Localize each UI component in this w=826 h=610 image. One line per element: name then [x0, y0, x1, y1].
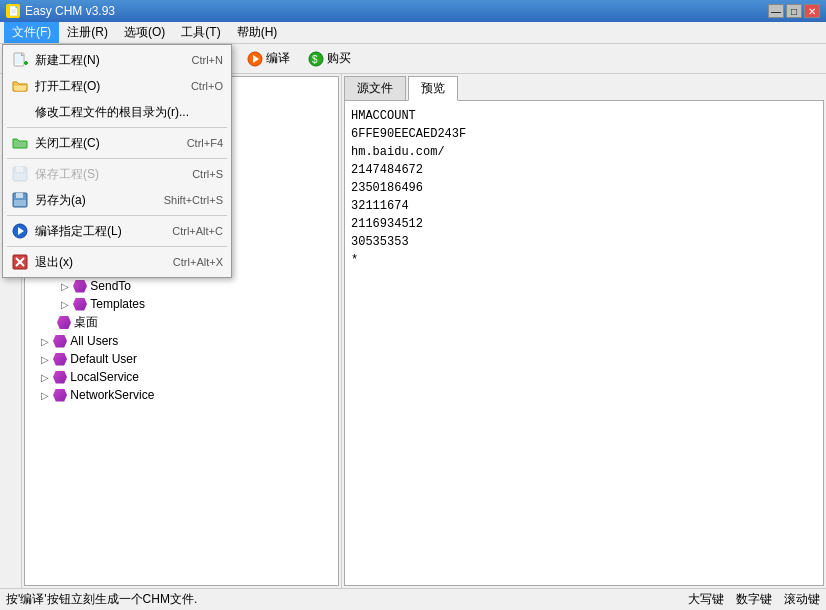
close-project-label: 关闭工程(C): [35, 135, 177, 152]
tree-item-localservice[interactable]: ▷ LocalService: [25, 368, 338, 386]
separator-3: [7, 215, 227, 216]
saveas-label: 另存为(a): [35, 192, 154, 209]
svg-rect-6: [16, 167, 23, 172]
svg-rect-10: [14, 200, 26, 206]
menu-item-modify-root[interactable]: 修改工程文件的根目录为(r)...: [3, 99, 231, 125]
preview-line-7: 2116934512: [351, 215, 817, 233]
tree-item-sendto[interactable]: ▷ SendTo: [25, 277, 338, 295]
expander-icon[interactable]: ▷: [57, 278, 73, 294]
folder-icon: [53, 353, 67, 366]
svg-text:$: $: [312, 54, 318, 65]
compile-specified-label: 编译指定工程(L): [35, 223, 162, 240]
separator-4: [7, 246, 227, 247]
exit-label: 退出(x): [35, 254, 163, 271]
modify-root-label: 修改工程文件的根目录为(r)...: [35, 104, 223, 121]
menu-help[interactable]: 帮助(H): [229, 22, 286, 43]
compile-icon: [247, 51, 263, 67]
folder-icon: [57, 316, 71, 329]
folder-icon: [53, 335, 67, 348]
save-project-icon: [11, 165, 29, 183]
separator-2: [7, 158, 227, 159]
menu-item-saveas[interactable]: 另存为(a) Shift+Ctrl+S: [3, 187, 231, 213]
saveas-icon: [11, 191, 29, 209]
preview-line-6: 32111674: [351, 197, 817, 215]
file-dropdown-menu: 新建工程(N) Ctrl+N 打开工程(O) Ctrl+O 修改工程文件的根目录…: [2, 44, 232, 278]
preview-content: HMACCOUNT 6FFE90EECAED243F hm.baidu.com/…: [344, 101, 824, 586]
menu-item-exit[interactable]: 退出(x) Ctrl+Alt+X: [3, 249, 231, 275]
tree-item-defaultuser[interactable]: ▷ Default User: [25, 350, 338, 368]
save-project-label: 保存工程(S): [35, 166, 182, 183]
buy-icon: $: [308, 51, 324, 67]
exit-shortcut: Ctrl+Alt+X: [173, 256, 223, 268]
menu-file[interactable]: 文件(F): [4, 22, 59, 43]
preview-line-2: 6FFE90EECAED243F: [351, 125, 817, 143]
svg-rect-9: [16, 193, 23, 198]
maximize-button[interactable]: □: [786, 4, 802, 18]
status-message: 按'编译'按钮立刻生成一个CHM文件.: [6, 591, 197, 608]
status-bar: 按'编译'按钮立刻生成一个CHM文件. 大写键 数字键 滚动键: [0, 588, 826, 610]
title-text: Easy CHM v3.93: [25, 4, 115, 18]
menu-bar: 文件(F) 注册(R) 选项(O) 工具(T) 帮助(H): [0, 22, 826, 44]
close-project-icon: [11, 134, 29, 152]
status-right: 大写键 数字键 滚动键: [688, 591, 820, 608]
tree-item-templates[interactable]: ▷ Templates: [25, 295, 338, 313]
tab-source[interactable]: 源文件: [344, 76, 406, 100]
title-bar: 📄 Easy CHM v3.93 — □ ✕: [0, 0, 826, 22]
saveas-shortcut: Shift+Ctrl+S: [164, 194, 223, 206]
minimize-button[interactable]: —: [768, 4, 784, 18]
open-project-icon: [11, 77, 29, 95]
expander-icon[interactable]: ▷: [37, 333, 53, 349]
menu-item-save: 保存工程(S) Ctrl+S: [3, 161, 231, 187]
preview-line-1: HMACCOUNT: [351, 107, 817, 125]
folder-icon: [53, 371, 67, 384]
preview-line-5: 2350186496: [351, 179, 817, 197]
caps-lock-indicator: 大写键: [688, 591, 724, 608]
window-controls: — □ ✕: [768, 4, 820, 18]
menu-register[interactable]: 注册(R): [59, 22, 116, 43]
close-button[interactable]: ✕: [804, 4, 820, 18]
menu-item-close[interactable]: 关闭工程(C) Ctrl+F4: [3, 130, 231, 156]
expander-icon[interactable]: ▷: [37, 351, 53, 367]
tree-item-networkservice[interactable]: ▷ NetworkService: [25, 386, 338, 404]
menu-item-open[interactable]: 打开工程(O) Ctrl+O: [3, 73, 231, 99]
tree-item-desktop[interactable]: 桌面: [25, 313, 338, 332]
modify-root-icon: [11, 103, 29, 121]
preview-line-3: hm.baidu.com/: [351, 143, 817, 161]
expander-icon[interactable]: ▷: [37, 387, 53, 403]
preview-line-4: 2147484672: [351, 161, 817, 179]
tree-item-allusers[interactable]: ▷ All Users: [25, 332, 338, 350]
folder-icon: [73, 280, 87, 293]
app-window: 📄 Easy CHM v3.93 — □ ✕ 文件(F) 注册(R) 选项(O)…: [0, 0, 826, 610]
menu-item-compile-specified[interactable]: 编译指定工程(L) Ctrl+Alt+C: [3, 218, 231, 244]
open-project-shortcut: Ctrl+O: [191, 80, 223, 92]
folder-icon: [53, 389, 67, 402]
compile-button[interactable]: 编译: [240, 47, 297, 70]
num-lock-indicator: 数字键: [736, 591, 772, 608]
new-project-shortcut: Ctrl+N: [192, 54, 223, 66]
app-icon: 📄: [6, 4, 20, 18]
exit-icon: [11, 253, 29, 271]
compile-specified-icon: [11, 222, 29, 240]
open-project-label: 打开工程(O): [35, 78, 181, 95]
compile-specified-shortcut: Ctrl+Alt+C: [172, 225, 223, 237]
folder-icon: [73, 298, 87, 311]
tab-preview[interactable]: 预览: [408, 76, 458, 101]
tabs-header: 源文件 预览: [344, 76, 824, 101]
close-project-shortcut: Ctrl+F4: [187, 137, 223, 149]
preview-line-8: 30535353: [351, 233, 817, 251]
svg-rect-7: [14, 174, 26, 180]
save-project-shortcut: Ctrl+S: [192, 168, 223, 180]
new-project-label: 新建工程(N): [35, 52, 182, 69]
menu-options[interactable]: 选项(O): [116, 22, 173, 43]
separator-1: [7, 127, 227, 128]
menu-item-new[interactable]: 新建工程(N) Ctrl+N: [3, 47, 231, 73]
buy-button[interactable]: $ 购买: [301, 47, 358, 70]
scroll-lock-indicator: 滚动键: [784, 591, 820, 608]
new-project-icon: [11, 51, 29, 69]
expander-icon[interactable]: ▷: [57, 296, 73, 312]
preview-line-9: *: [351, 251, 817, 269]
right-panel: 源文件 预览 HMACCOUNT 6FFE90EECAED243F hm.bai…: [344, 76, 824, 586]
expander-icon[interactable]: ▷: [37, 369, 53, 385]
menu-tools[interactable]: 工具(T): [173, 22, 228, 43]
